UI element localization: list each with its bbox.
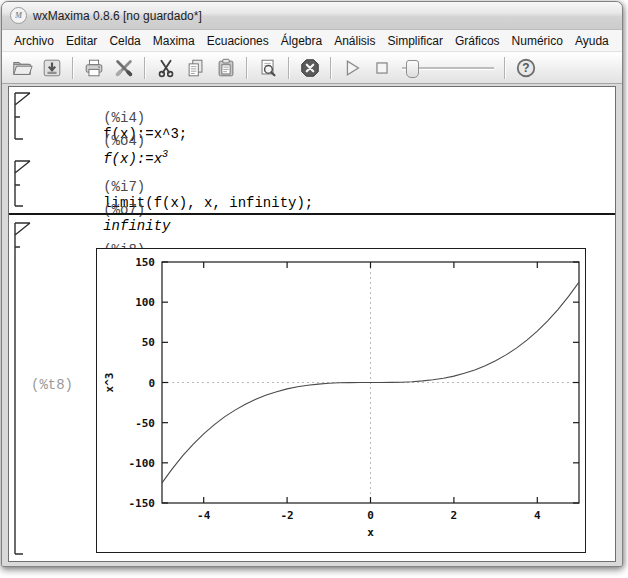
configure-button[interactable] (110, 55, 138, 81)
menu-maxima[interactable]: Maxima (147, 32, 201, 50)
menu-ecuaciones[interactable]: Ecuaciones (201, 32, 275, 50)
copy-icon (185, 57, 207, 79)
worksheet: (%i4) f(x):=x^3; (%o4) f(x):=x3 (%i7) li… (8, 86, 616, 562)
svg-text:-2: -2 (280, 509, 293, 522)
svg-text:?: ? (522, 61, 529, 75)
menu-numerico[interactable]: Numérico (506, 32, 569, 50)
cell-bracket[interactable] (14, 160, 32, 207)
configure-icon (113, 57, 135, 79)
play-animation-button[interactable] (338, 55, 366, 81)
cut-icon (155, 57, 177, 79)
svg-text:x: x (367, 526, 374, 539)
paste-icon (215, 57, 237, 79)
menu-ayuda[interactable]: Ayuda (569, 32, 615, 50)
svg-text:150: 150 (135, 256, 155, 269)
cell-cursor-line[interactable] (9, 213, 615, 215)
cell-bracket[interactable] (14, 222, 32, 555)
stop-animation-icon (371, 57, 393, 79)
toolbar-separator (330, 57, 332, 79)
menubar: Archivo Editar Celda Maxima Ecuaciones Á… (2, 30, 622, 52)
wxmaxima-window: M wxMaxima 0.8.6 [no guardado*] Archivo … (1, 1, 623, 567)
toolbar-separator (504, 57, 506, 79)
toolbar-separator (144, 57, 146, 79)
svg-text:2: 2 (451, 509, 458, 522)
menu-simplificar[interactable]: Simplificar (382, 32, 449, 50)
svg-text:-150: -150 (129, 497, 156, 510)
save-icon (41, 57, 63, 79)
menu-archivo[interactable]: Archivo (8, 32, 60, 50)
toolbar: ? (2, 52, 622, 84)
svg-text:-4: -4 (197, 509, 211, 522)
toolbar-separator (72, 57, 74, 79)
svg-text:-100: -100 (129, 457, 156, 470)
slider-thumb[interactable] (406, 60, 419, 78)
plot-box[interactable]: -4-2024-150-100-50050100150xx^3 (96, 248, 586, 553)
wxmaxima-app-icon[interactable]: M (10, 7, 27, 24)
svg-text:-50: -50 (135, 417, 155, 430)
svg-text:100: 100 (135, 296, 155, 309)
interrupt-button[interactable] (296, 55, 324, 81)
animation-slider[interactable] (402, 58, 494, 78)
print-icon (83, 57, 105, 79)
svg-text:50: 50 (142, 336, 155, 349)
svg-text:0: 0 (367, 509, 374, 522)
stop-animation-button[interactable] (368, 55, 396, 81)
cut-button[interactable] (152, 55, 180, 81)
save-button[interactable] (38, 55, 66, 81)
titlebar[interactable]: M wxMaxima 0.8.6 [no guardado*] (2, 2, 622, 30)
svg-text:0: 0 (148, 377, 155, 390)
output-prompt: (%o4) (103, 133, 153, 149)
help-icon: ? (515, 57, 537, 79)
output-prompt: (%o7) (103, 202, 153, 218)
print-button[interactable] (80, 55, 108, 81)
toolbar-separator (288, 57, 290, 79)
find-button[interactable] (254, 55, 282, 81)
svg-text:x^3: x^3 (103, 373, 116, 393)
menu-analisis[interactable]: Análisis (328, 32, 381, 50)
cell-bracket[interactable] (14, 92, 32, 140)
paste-button[interactable] (212, 55, 240, 81)
toolbar-separator (246, 57, 248, 79)
svg-text:4: 4 (534, 509, 541, 522)
menu-celda[interactable]: Celda (103, 32, 146, 50)
help-button[interactable]: ? (512, 55, 540, 81)
plot-prompt: (%t8) (31, 377, 73, 393)
menu-editar[interactable]: Editar (60, 32, 103, 50)
menu-graficos[interactable]: Gráficos (449, 32, 506, 50)
window-title: wxMaxima 0.8.6 [no guardado*] (33, 9, 202, 23)
copy-button[interactable] (182, 55, 210, 81)
plot-svg: -4-2024-150-100-50050100150xx^3 (97, 249, 583, 550)
play-icon (341, 57, 363, 79)
open-folder-icon (11, 57, 33, 79)
open-button[interactable] (8, 55, 36, 81)
find-icon (257, 57, 279, 79)
worksheet-frame: (%i4) f(x):=x^3; (%o4) f(x):=x3 (%i7) li… (2, 84, 622, 566)
menu-algebra[interactable]: Álgebra (275, 32, 328, 50)
interrupt-icon (299, 57, 321, 79)
